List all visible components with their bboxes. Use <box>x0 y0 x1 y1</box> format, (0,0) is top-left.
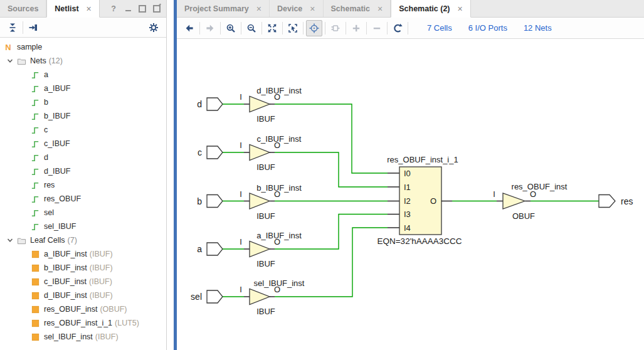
tab-device[interactable]: Device× <box>270 0 324 17</box>
ibuf-symbol-d_IBUF_inst[interactable]: I O d_IBUF_inst IBUF <box>240 86 302 124</box>
tree-item-sample[interactable]: Nsample <box>0 40 166 54</box>
back-arrow-icon[interactable] <box>182 21 197 36</box>
output-port-res[interactable]: res <box>599 195 633 208</box>
7-cells-link[interactable]: 7 Cells <box>427 23 452 33</box>
lut-symbol-res_OBUF_inst_i_1[interactable]: I0I1I2I3I4 O res_OBUF_inst_i_1 EQN=32'hA… <box>377 155 462 246</box>
tab-close-icon[interactable]: × <box>310 6 315 12</box>
6-i-o-ports-link[interactable]: 6 I/O Ports <box>468 23 507 33</box>
tree-item-d-ibuf-inst[interactable]: d_IBUF_inst(IBUF) <box>0 289 166 302</box>
tab-close-icon[interactable]: × <box>377 6 383 12</box>
tab-close-icon[interactable]: × <box>256 6 261 12</box>
help-icon[interactable]: ? <box>110 5 117 13</box>
cell-icon <box>30 277 40 287</box>
tab-netlist[interactable]: Netlist× <box>46 0 99 18</box>
tree-item-label: sel_IBUF_inst <box>44 332 93 341</box>
tree-item-a-ibuf-inst[interactable]: a_IBUF_inst(IBUF) <box>0 247 166 261</box>
svg-text:c: c <box>198 147 202 157</box>
tree-item-b-ibuf[interactable]: b_IBUF <box>0 109 166 123</box>
net-icon <box>30 194 40 204</box>
svg-text:sel_IBUF_inst: sel_IBUF_inst <box>254 278 305 288</box>
settings-gear-icon[interactable] <box>146 20 161 35</box>
ibuf-symbol-sel_IBUF_inst[interactable]: I O sel_IBUF_inst IBUF <box>240 278 305 316</box>
tab-schematic[interactable]: Schematic× <box>324 0 391 17</box>
tree-item-c-ibuf[interactable]: c_IBUF <box>0 137 166 151</box>
tree-item-nets[interactable]: Nets(12) <box>0 54 166 68</box>
minimize-icon[interactable] <box>124 5 132 13</box>
tab-close-icon[interactable]: × <box>458 6 463 12</box>
ibuf-symbol-c_IBUF_inst[interactable]: I O c_IBUF_inst IBUF <box>240 134 302 172</box>
input-port-sel[interactable]: sel <box>191 290 223 303</box>
svg-text:I2: I2 <box>404 196 411 206</box>
tab-project-summary[interactable]: Project Summary× <box>177 0 270 17</box>
maximize-icon[interactable] <box>139 5 146 13</box>
tree-item-d-ibuf[interactable]: d_IBUF <box>0 164 166 178</box>
scroll-to-selected-icon[interactable] <box>26 20 41 35</box>
net-icon <box>30 112 40 121</box>
tree-item-label: b_IBUF_inst <box>44 263 87 272</box>
svg-text:d_IBUF_inst: d_IBUF_inst <box>256 86 302 95</box>
net-wire-a[interactable] <box>223 215 388 250</box>
tree-item-leaf-cells[interactable]: Leaf Cells(7) <box>0 233 166 247</box>
12-nets-link[interactable]: 12 Nets <box>524 23 552 33</box>
regenerate-icon[interactable] <box>390 21 405 36</box>
toolbar-separator <box>199 22 200 34</box>
tree-item-label: a_IBUF_inst <box>44 250 87 258</box>
net-icon <box>30 153 40 162</box>
tree-item-res[interactable]: res <box>0 178 166 192</box>
tree-item-b[interactable]: b <box>0 95 166 109</box>
tree-item-celltype: (LUT5) <box>115 319 139 327</box>
net-icon <box>30 84 40 93</box>
net-wire-sel[interactable] <box>223 228 388 297</box>
chevron-down-icon[interactable] <box>6 237 14 243</box>
net-icon <box>30 98 40 107</box>
input-port-d[interactable]: d <box>197 98 223 110</box>
input-port-a[interactable]: a <box>197 243 223 255</box>
collapse-all-icon[interactable] <box>5 20 20 35</box>
cell-icon <box>30 291 40 300</box>
tree-item-celltype: (IBUF) <box>90 291 113 300</box>
tab-close-icon[interactable]: × <box>87 6 92 12</box>
tab-label: Netlist <box>55 4 78 13</box>
tree-item-a-ibuf[interactable]: a_IBUF <box>0 82 166 95</box>
tree-item-sel[interactable]: sel <box>0 206 166 220</box>
tree-item-label: res <box>44 181 55 189</box>
ibuf-symbol-b_IBUF_inst[interactable]: I O b_IBUF_inst IBUF <box>240 183 302 221</box>
select-area-icon[interactable] <box>285 21 300 36</box>
tree-item-d[interactable]: d <box>0 151 166 164</box>
zoom-out-icon[interactable] <box>244 21 259 36</box>
tree-item-b-ibuf-inst[interactable]: b_IBUF_inst(IBUF) <box>0 261 166 275</box>
net-icon <box>30 139 40 149</box>
tree-item-sel-ibuf[interactable]: sel_IBUF <box>0 220 166 233</box>
tree-item-sel-ibuf-inst[interactable]: sel_IBUF_inst(IBUF) <box>0 330 166 344</box>
tab-label: Device <box>277 4 302 13</box>
schematic-canvas[interactable]: d I O d_IBUF_inst IBUF c I O c_IBUF_inst… <box>177 39 644 350</box>
tree-item-res-obuf[interactable]: res_OBUF <box>0 192 166 206</box>
svg-text:IBUF: IBUF <box>256 259 275 268</box>
ibuf-symbol-a_IBUF_inst[interactable]: I O a_IBUF_inst IBUF <box>240 231 302 268</box>
tree-item-res-obuf-inst[interactable]: res_OBUF_inst(OBUF) <box>0 302 166 316</box>
autofit-selection-icon[interactable] <box>306 20 322 36</box>
tree-item-c-ibuf-inst[interactable]: c_IBUF_inst(IBUF) <box>0 275 166 289</box>
net-wire-c[interactable] <box>223 152 388 187</box>
tab-sources[interactable]: Sources <box>0 0 46 17</box>
input-port-c[interactable]: c <box>198 146 223 159</box>
svg-text:c_IBUF_inst: c_IBUF_inst <box>257 134 302 144</box>
net-wire-d[interactable] <box>223 104 388 173</box>
chevron-down-icon[interactable] <box>6 58 14 64</box>
tab-schematic-2-[interactable]: Schematic (2)× <box>391 0 470 18</box>
tree-item-label: c <box>44 125 48 134</box>
toolbar-separator <box>220 22 221 34</box>
tree-item-label: sel_IBUF <box>44 222 76 231</box>
input-port-b[interactable]: b <box>197 195 223 208</box>
svg-text:b: b <box>197 196 202 206</box>
zoom-in-icon[interactable] <box>223 21 238 36</box>
tree-item-c[interactable]: c <box>0 123 166 137</box>
tree-item-label: res_OBUF <box>44 194 81 203</box>
float-icon[interactable] <box>153 5 161 13</box>
window-controls: ? <box>110 0 166 17</box>
zoom-fit-icon[interactable] <box>265 21 280 36</box>
tree-item-a[interactable]: a <box>0 68 166 82</box>
tree-item-res-obuf-inst-i-1[interactable]: res_OBUF_inst_i_1(LUT5) <box>0 316 166 330</box>
svg-text:res_OBUF_inst_i_1: res_OBUF_inst_i_1 <box>387 155 458 164</box>
netlist-tree: NsampleNets(12)aa_IBUFbb_IBUFcc_IBUFdd_I… <box>0 38 166 344</box>
